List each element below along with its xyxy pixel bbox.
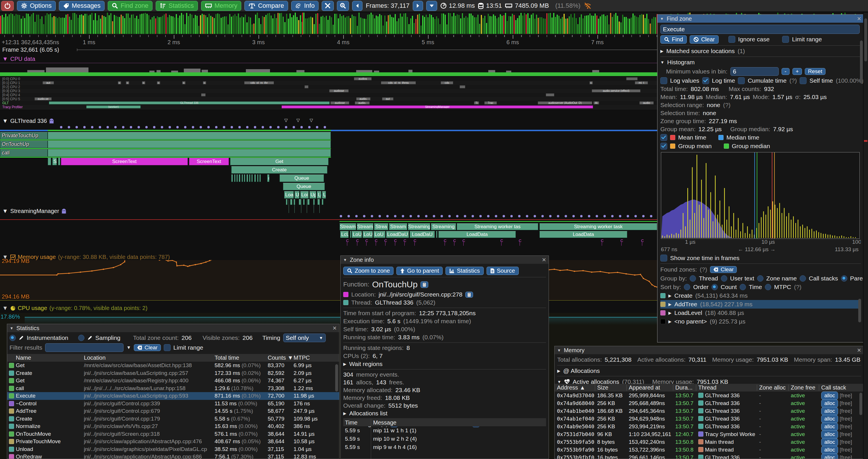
frame-bar[interactable] — [498, 17, 499, 34]
frame-bar[interactable] — [410, 19, 411, 34]
zone[interactable]: LoadData — [438, 231, 516, 238]
scrollbar-thumb[interactable] — [864, 19, 867, 61]
frame-bar[interactable] — [121, 14, 122, 34]
zone[interactable] — [58, 158, 60, 165]
frame-bar[interactable] — [312, 18, 313, 34]
frame-bar[interactable] — [434, 19, 435, 34]
frame-bar[interactable] — [536, 14, 537, 34]
frame-bar[interactable] — [538, 18, 539, 34]
lock-marker[interactable]: C — [356, 239, 359, 246]
frame-bar[interactable] — [636, 17, 637, 34]
frame-bar[interactable] — [343, 15, 344, 34]
radio-parent[interactable] — [841, 275, 847, 282]
frame-bar[interactable] — [31, 14, 32, 34]
frame-bar[interactable] — [398, 19, 399, 34]
column-header[interactable]: Address ▲ — [557, 384, 585, 392]
frame-bar[interactable] — [641, 14, 642, 34]
table-row[interactable]: Unloadjni/../jni/src/claw/graphics/pixel… — [7, 446, 339, 453]
frame-bar[interactable] — [136, 16, 137, 34]
statistics-titlebar[interactable]: ▼Statistics× — [7, 324, 339, 332]
frame-bar[interactable] — [545, 19, 546, 34]
frame-bar[interactable] — [441, 13, 442, 34]
frame-bar[interactable] — [131, 14, 132, 34]
frame-bar[interactable] — [333, 25, 334, 34]
frame-bar[interactable] — [41, 17, 42, 34]
frame-bar[interactable] — [0, 16, 1, 34]
column-header[interactable]: Call stack — [821, 384, 846, 392]
frame-bar[interactable] — [464, 18, 465, 34]
frame-bar[interactable] — [114, 15, 115, 34]
frame-bar[interactable] — [546, 13, 548, 34]
frame-bar[interactable] — [200, 15, 201, 34]
allocation-row[interactable]: 0x7553b9fa9016 bytes153,722,396ns13:50.8… — [555, 446, 864, 454]
zone[interactable] — [244, 174, 245, 182]
frame-bar[interactable] — [462, 13, 463, 34]
cpu-zone[interactable]: audio. — [356, 97, 371, 100]
zone[interactable]: ScreenText — [189, 158, 229, 165]
column-header[interactable]: Zone alloc — [759, 384, 785, 392]
frame-bar[interactable] — [381, 15, 382, 34]
frame-bar[interactable] — [607, 15, 608, 34]
frame-bar[interactable] — [16, 14, 17, 34]
frame-bar[interactable] — [415, 19, 416, 34]
frame-bar[interactable] — [328, 20, 329, 34]
memory-scrollbar[interactable] — [859, 393, 862, 415]
message-marker[interactable]: ▽ — [310, 118, 313, 123]
frame-bar[interactable] — [346, 17, 347, 34]
cpu-zone[interactable]: GLThread 336 — [49, 101, 330, 104]
frame-bar[interactable] — [598, 19, 599, 34]
frame-bar[interactable] — [403, 13, 404, 34]
zone[interactable] — [257, 174, 258, 182]
frame-bar[interactable] — [629, 19, 630, 34]
frame-bar[interactable] — [450, 13, 451, 34]
alloc-button[interactable]: alloc — [821, 438, 838, 446]
frame-bar[interactable] — [539, 17, 540, 34]
frame-bar[interactable] — [193, 18, 194, 34]
cpu-data-header[interactable]: ▼CPU data — [2, 56, 35, 62]
frame-bar[interactable] — [479, 24, 480, 34]
frame-bar[interactable] — [305, 19, 306, 34]
frame-bar[interactable] — [452, 17, 453, 34]
frame-bar[interactable] — [610, 13, 611, 34]
message-marker[interactable]: ▽ — [297, 118, 300, 123]
frame-bar[interactable] — [583, 19, 584, 34]
stats-clear-button[interactable]: Clear — [134, 344, 161, 351]
frame-dropdown-button[interactable] — [426, 1, 437, 11]
frame-bar[interactable] — [507, 21, 508, 34]
cpu-zone[interactable]: Ai — [593, 101, 599, 104]
close-icon[interactable]: × — [857, 347, 861, 353]
frame-bar[interactable] — [26, 13, 27, 34]
frame-bar[interactable] — [639, 15, 641, 34]
frame-bar[interactable] — [601, 14, 602, 34]
frame-bar[interactable] — [395, 14, 396, 34]
source-button[interactable]: Source — [487, 267, 519, 275]
cpu-zone[interactable]: Ti — [474, 101, 479, 104]
frame-bar[interactable] — [496, 19, 497, 34]
frame-bar[interactable] — [508, 16, 509, 34]
find-zone-titlebar[interactable]: ▼Find zone× — [657, 14, 864, 23]
frame-bar[interactable] — [350, 18, 351, 34]
frame-bar[interactable] — [477, 14, 478, 34]
close-icon[interactable]: × — [333, 325, 337, 331]
frame-bar[interactable] — [429, 14, 430, 34]
messages-button[interactable]: Messages — [59, 1, 104, 11]
found-zone-row[interactable]: ▶<no parent>(9) 225.73 µs — [660, 317, 861, 326]
zone[interactable]: Up — [309, 191, 316, 199]
frame-bar[interactable] — [210, 16, 211, 34]
frame-bar[interactable] — [81, 14, 82, 34]
cpu-zone[interactable]: audiose — [330, 101, 349, 104]
frame-bar[interactable] — [433, 17, 434, 34]
frame-bar[interactable] — [231, 17, 232, 34]
cpu-zone[interactable]: mi_t — [635, 81, 648, 85]
column-header[interactable]: Size — [597, 384, 608, 392]
frame-bar[interactable] — [289, 13, 291, 34]
frame-bar[interactable] — [600, 17, 601, 34]
frame-bar[interactable] — [443, 13, 444, 34]
frame-bar[interactable] — [215, 14, 217, 34]
frame-bar[interactable] — [560, 19, 561, 34]
frame-bar[interactable] — [283, 17, 284, 34]
zone[interactable] — [48, 132, 331, 139]
cpu-zone[interactable]: c — [157, 81, 160, 85]
frame-bar[interactable] — [565, 19, 566, 34]
frame-bar[interactable] — [534, 19, 535, 34]
